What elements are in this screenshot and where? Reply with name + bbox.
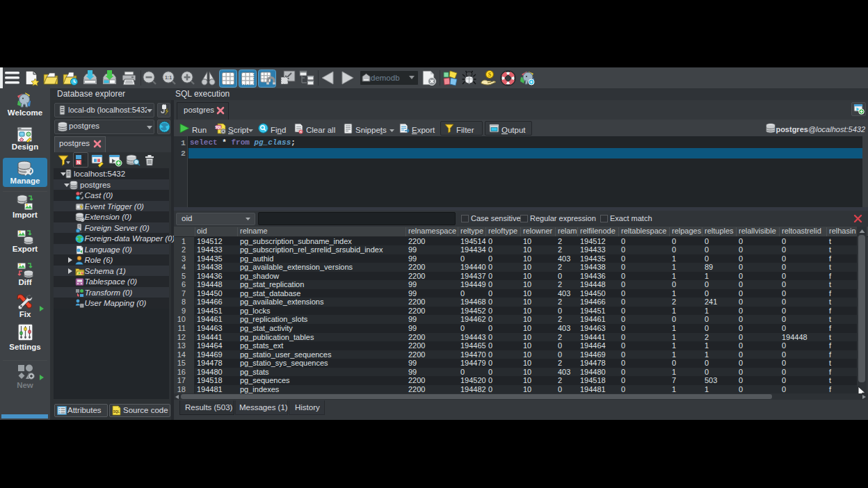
svg-text:S: S — [488, 72, 492, 78]
svg-text:N: N — [77, 160, 81, 165]
svg-text:SQL: SQL — [215, 126, 222, 129]
svg-text:SQL: SQL — [113, 410, 120, 414]
svg-text:1:1: 1:1 — [165, 75, 172, 80]
